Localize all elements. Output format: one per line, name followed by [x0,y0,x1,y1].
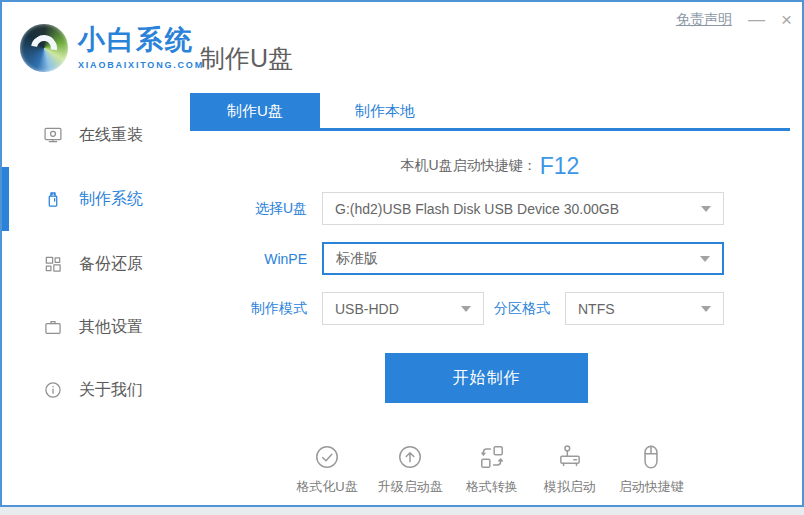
titlebar: 免责声明 — × [676,10,792,29]
tab-make-local[interactable]: 制作本地 [320,93,450,128]
tab-bar: 制作U盘 制作本地 [190,93,790,131]
winpe-value: 标准版 [336,250,378,268]
start-make-button[interactable]: 开始制作 [385,353,588,403]
tool-label: 格式转换 [466,478,518,496]
briefcase-icon [43,317,63,337]
tools-row: 格式化U盘 升级启动盘 格式转换 模拟启动 [190,443,790,496]
chevron-down-icon [701,206,711,212]
info-icon [43,380,63,400]
app-logo: 小白系统 XIAOBAIXITONG.COM [20,24,204,72]
sidebar-active-indicator [2,167,9,231]
mode-dropdown[interactable]: USB-HDD [322,292,484,325]
chevron-down-icon [461,306,471,312]
sidebar-item-label: 关于我们 [79,380,143,401]
tool-boot-hotkey[interactable]: 启动快捷键 [619,443,684,496]
mode-value: USB-HDD [335,301,399,317]
close-button[interactable]: × [781,10,792,29]
page-title: 制作U盘 [200,42,293,75]
boot-hotkey-hint: 本机U盘启动快捷键： F12 [190,149,790,183]
mode-row: 制作模式 USB-HDD 分区格式 NTFS [190,292,790,325]
tab-underline [190,128,790,131]
mouse-icon [637,443,665,471]
winpe-label: WinPE [190,251,307,267]
app-window: 免责声明 — × 小白系统 XIAOBAIXITONG.COM 制作U盘 在线重… [0,0,804,507]
sidebar-item-make-system[interactable]: 制作系统 [43,185,143,213]
tool-label: 格式化U盘 [296,478,357,496]
chevron-down-icon [701,306,711,312]
sidebar-item-about-us[interactable]: 关于我们 [43,376,143,404]
usb-drive-icon [43,189,63,209]
mode-label: 制作模式 [190,300,307,318]
sidebar-item-label: 其他设置 [79,317,143,338]
sidebar-item-label: 备份还原 [79,254,143,275]
partition-dropdown[interactable]: NTFS [565,292,724,325]
hotkey-key: F12 [540,155,580,178]
backup-grid-icon [43,254,63,274]
sidebar-item-label: 在线重装 [79,125,143,146]
partition-label: 分区格式 [494,300,550,318]
chevron-down-icon [700,256,710,262]
tool-label: 启动快捷键 [619,478,684,496]
tool-upgrade-boot-disk[interactable]: 升级启动盘 [378,443,443,496]
usb-select-value: G:(hd2)USB Flash Disk USB Device 30.00GB [335,201,619,217]
tool-format-convert[interactable]: 格式转换 [463,443,521,496]
usb-select-label: 选择U盘 [190,200,307,218]
tab-make-usb[interactable]: 制作U盘 [190,93,320,128]
winpe-dropdown[interactable]: 标准版 [322,242,724,275]
arrow-up-circle-icon [396,443,424,471]
sidebar-item-backup-restore[interactable]: 备份还原 [43,250,143,278]
sidebar-item-online-reinstall[interactable]: 在线重装 [43,121,143,149]
joystick-icon [556,443,584,471]
tool-simulate-boot[interactable]: 模拟启动 [541,443,599,496]
logo-swirl-icon [20,24,68,72]
brand-domain: XIAOBAIXITONG.COM [78,60,204,70]
brand-name: 小白系统 [78,27,204,54]
tool-format-usb[interactable]: 格式化U盘 [296,443,357,496]
sidebar-item-label: 制作系统 [79,189,143,210]
sidebar-item-other-settings[interactable]: 其他设置 [43,313,143,341]
winpe-row: WinPE 标准版 [190,242,790,275]
disclaimer-link[interactable]: 免责声明 [676,11,732,29]
minimize-button[interactable]: — [748,11,765,28]
tool-label: 升级启动盘 [378,478,443,496]
monitor-icon [43,125,63,145]
format-convert-icon [478,443,506,471]
tool-label: 模拟启动 [544,478,596,496]
usb-select-dropdown[interactable]: G:(hd2)USB Flash Disk USB Device 30.00GB [322,192,724,225]
check-circle-icon [313,443,341,471]
partition-value: NTFS [578,301,615,317]
usb-select-row: 选择U盘 G:(hd2)USB Flash Disk USB Device 30… [190,192,790,225]
hotkey-prefix: 本机U盘启动快捷键： [401,157,537,175]
